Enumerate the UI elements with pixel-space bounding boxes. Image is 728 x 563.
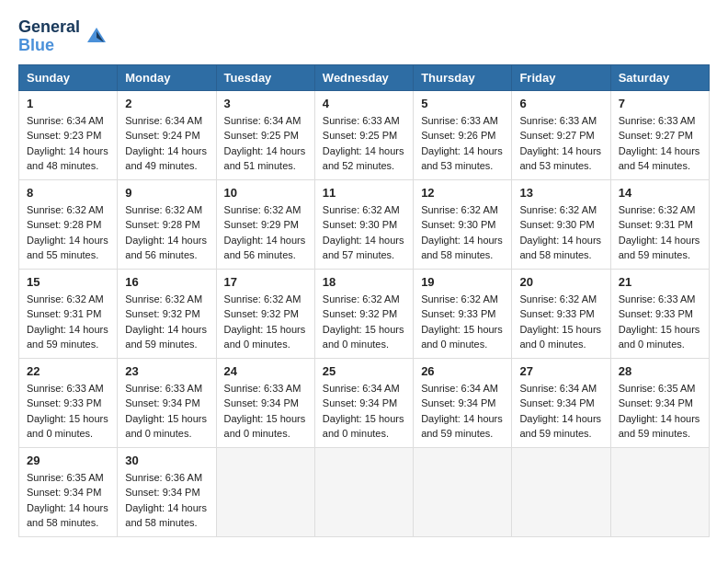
day-number: 27 (519, 364, 602, 378)
day-cell (414, 447, 512, 536)
day-cell: 6 Sunrise: 6:33 AM Sunset: 9:27 PM Dayli… (512, 90, 610, 179)
day-cell: 8 Sunrise: 6:32 AM Sunset: 9:28 PM Dayli… (19, 179, 118, 269)
day-cell: 14 Sunrise: 6:32 AM Sunset: 9:31 PM Dayl… (610, 179, 709, 269)
logo-icon (84, 24, 109, 50)
day-cell: 16 Sunrise: 6:32 AM Sunset: 9:32 PM Dayl… (118, 269, 216, 358)
day-info: Sunrise: 6:33 AM Sunset: 9:27 PM Dayligh… (619, 113, 701, 174)
day-number: 6 (519, 97, 602, 110)
day-number: 8 (27, 186, 109, 200)
day-cell: 3 Sunrise: 6:34 AM Sunset: 9:25 PM Dayli… (216, 90, 314, 179)
day-number: 18 (323, 275, 405, 289)
day-number: 5 (421, 97, 504, 110)
day-number: 25 (323, 364, 405, 378)
day-info: Sunrise: 6:33 AM Sunset: 9:33 PM Dayligh… (619, 292, 701, 352)
day-number: 16 (125, 275, 208, 289)
day-number: 15 (27, 275, 109, 289)
week-row-2: 8 Sunrise: 6:32 AM Sunset: 9:28 PM Dayli… (19, 179, 710, 269)
day-number: 3 (224, 97, 307, 110)
day-number: 24 (224, 364, 307, 378)
day-number: 29 (27, 454, 109, 467)
day-cell: 2 Sunrise: 6:34 AM Sunset: 9:24 PM Dayli… (118, 90, 216, 179)
day-info: Sunrise: 6:34 AM Sunset: 9:34 PM Dayligh… (421, 381, 504, 442)
day-info: Sunrise: 6:34 AM Sunset: 9:24 PM Dayligh… (125, 113, 208, 174)
day-number: 17 (224, 275, 307, 289)
day-info: Sunrise: 6:34 AM Sunset: 9:23 PM Dayligh… (27, 113, 109, 174)
day-cell: 27 Sunrise: 6:34 AM Sunset: 9:34 PM Dayl… (512, 358, 610, 447)
day-number: 10 (224, 186, 307, 200)
day-cell: 19 Sunrise: 6:32 AM Sunset: 9:33 PM Dayl… (414, 269, 512, 358)
day-cell: 30 Sunrise: 6:36 AM Sunset: 9:34 PM Dayl… (118, 447, 216, 536)
day-cell: 9 Sunrise: 6:32 AM Sunset: 9:28 PM Dayli… (118, 179, 216, 269)
col-header-monday: Monday (118, 64, 216, 90)
day-cell: 18 Sunrise: 6:32 AM Sunset: 9:32 PM Dayl… (314, 269, 413, 358)
day-info: Sunrise: 6:34 AM Sunset: 9:34 PM Dayligh… (519, 381, 602, 442)
day-cell: 17 Sunrise: 6:32 AM Sunset: 9:32 PM Dayl… (216, 269, 314, 358)
col-header-tuesday: Tuesday (216, 64, 314, 90)
day-cell: 24 Sunrise: 6:33 AM Sunset: 9:34 PM Dayl… (216, 358, 314, 447)
day-info: Sunrise: 6:32 AM Sunset: 9:33 PM Dayligh… (421, 292, 504, 352)
day-cell: 11 Sunrise: 6:32 AM Sunset: 9:30 PM Dayl… (314, 179, 413, 269)
day-info: Sunrise: 6:34 AM Sunset: 9:34 PM Dayligh… (323, 381, 405, 442)
day-cell: 15 Sunrise: 6:32 AM Sunset: 9:31 PM Dayl… (19, 269, 118, 358)
logo-text: GeneralBlue (18, 18, 80, 55)
day-number: 19 (421, 275, 504, 289)
day-cell: 22 Sunrise: 6:33 AM Sunset: 9:33 PM Dayl… (19, 358, 118, 447)
day-info: Sunrise: 6:32 AM Sunset: 9:31 PM Dayligh… (27, 292, 109, 352)
day-number: 28 (619, 364, 701, 378)
col-header-wednesday: Wednesday (314, 64, 413, 90)
day-cell (216, 447, 314, 536)
day-number: 12 (421, 186, 504, 200)
col-header-thursday: Thursday (414, 64, 512, 90)
day-number: 21 (619, 275, 701, 289)
day-number: 23 (125, 364, 208, 378)
day-info: Sunrise: 6:32 AM Sunset: 9:30 PM Dayligh… (519, 202, 602, 263)
day-info: Sunrise: 6:32 AM Sunset: 9:33 PM Dayligh… (519, 292, 602, 352)
day-number: 1 (27, 97, 109, 110)
day-info: Sunrise: 6:32 AM Sunset: 9:32 PM Dayligh… (125, 292, 208, 352)
week-row-5: 29 Sunrise: 6:35 AM Sunset: 9:34 PM Dayl… (19, 447, 710, 536)
day-cell: 29 Sunrise: 6:35 AM Sunset: 9:34 PM Dayl… (19, 447, 118, 536)
day-cell: 21 Sunrise: 6:33 AM Sunset: 9:33 PM Dayl… (610, 269, 709, 358)
day-info: Sunrise: 6:32 AM Sunset: 9:31 PM Dayligh… (619, 202, 701, 263)
day-info: Sunrise: 6:34 AM Sunset: 9:25 PM Dayligh… (224, 113, 307, 174)
day-info: Sunrise: 6:32 AM Sunset: 9:32 PM Dayligh… (224, 292, 307, 352)
week-row-3: 15 Sunrise: 6:32 AM Sunset: 9:31 PM Dayl… (19, 269, 710, 358)
day-cell: 5 Sunrise: 6:33 AM Sunset: 9:26 PM Dayli… (414, 90, 512, 179)
week-row-4: 22 Sunrise: 6:33 AM Sunset: 9:33 PM Dayl… (19, 358, 710, 447)
day-info: Sunrise: 6:33 AM Sunset: 9:27 PM Dayligh… (519, 113, 602, 174)
day-info: Sunrise: 6:33 AM Sunset: 9:34 PM Dayligh… (224, 381, 307, 442)
day-number: 7 (619, 97, 701, 110)
col-header-saturday: Saturday (610, 64, 709, 90)
day-cell: 13 Sunrise: 6:32 AM Sunset: 9:30 PM Dayl… (512, 179, 610, 269)
day-cell: 23 Sunrise: 6:33 AM Sunset: 9:34 PM Dayl… (118, 358, 216, 447)
day-number: 26 (421, 364, 504, 378)
day-info: Sunrise: 6:33 AM Sunset: 9:25 PM Dayligh… (323, 113, 405, 174)
logo: GeneralBlue (18, 18, 109, 55)
day-info: Sunrise: 6:36 AM Sunset: 9:34 PM Dayligh… (125, 470, 208, 531)
day-cell (314, 447, 413, 536)
header-row: SundayMondayTuesdayWednesdayThursdayFrid… (19, 64, 710, 90)
day-cell: 25 Sunrise: 6:34 AM Sunset: 9:34 PM Dayl… (314, 358, 413, 447)
day-info: Sunrise: 6:33 AM Sunset: 9:34 PM Dayligh… (125, 381, 208, 442)
day-number: 11 (323, 186, 405, 200)
day-info: Sunrise: 6:32 AM Sunset: 9:28 PM Dayligh… (27, 202, 109, 263)
day-cell: 7 Sunrise: 6:33 AM Sunset: 9:27 PM Dayli… (610, 90, 709, 179)
day-cell: 28 Sunrise: 6:35 AM Sunset: 9:34 PM Dayl… (610, 358, 709, 447)
day-number: 9 (125, 186, 208, 200)
week-row-1: 1 Sunrise: 6:34 AM Sunset: 9:23 PM Dayli… (19, 90, 710, 179)
day-number: 20 (519, 275, 602, 289)
day-number: 14 (619, 186, 701, 200)
day-info: Sunrise: 6:33 AM Sunset: 9:33 PM Dayligh… (27, 381, 109, 442)
col-header-friday: Friday (512, 64, 610, 90)
day-info: Sunrise: 6:32 AM Sunset: 9:28 PM Dayligh… (125, 202, 208, 263)
day-info: Sunrise: 6:35 AM Sunset: 9:34 PM Dayligh… (27, 470, 109, 531)
day-info: Sunrise: 6:32 AM Sunset: 9:30 PM Dayligh… (323, 202, 405, 263)
day-cell: 26 Sunrise: 6:34 AM Sunset: 9:34 PM Dayl… (414, 358, 512, 447)
col-header-sunday: Sunday (19, 64, 118, 90)
day-number: 13 (519, 186, 602, 200)
day-cell: 20 Sunrise: 6:32 AM Sunset: 9:33 PM Dayl… (512, 269, 610, 358)
day-info: Sunrise: 6:32 AM Sunset: 9:32 PM Dayligh… (323, 292, 405, 352)
day-number: 2 (125, 97, 208, 110)
day-cell: 10 Sunrise: 6:32 AM Sunset: 9:29 PM Dayl… (216, 179, 314, 269)
calendar-table: SundayMondayTuesdayWednesdayThursdayFrid… (18, 64, 710, 537)
